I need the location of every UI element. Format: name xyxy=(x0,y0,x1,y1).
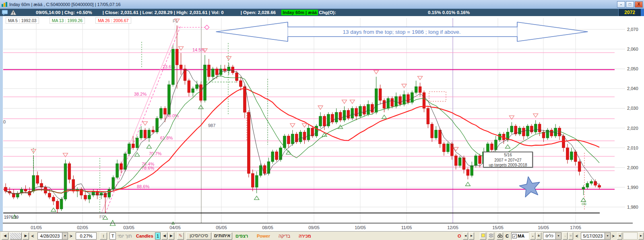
risk-reward-button[interactable]: סיכוי/סיכון xyxy=(186,232,211,240)
candle-body xyxy=(415,86,417,92)
vertical-scale-button[interactable]: ↕ xyxy=(100,232,107,240)
x-axis-label: 03/05 xyxy=(123,225,134,230)
chevron-down-icon[interactable]: ▼ xyxy=(555,233,561,239)
candle-body xyxy=(168,85,171,115)
minimize-button[interactable]: - xyxy=(617,1,625,8)
hscroll-thumb[interactable] xyxy=(10,232,22,240)
candle-body xyxy=(24,189,27,191)
ma5-legend[interactable]: MA 5 : 1992.03 xyxy=(6,17,39,24)
date-back-step[interactable]: < xyxy=(31,232,34,240)
find-button[interactable] xyxy=(497,232,503,240)
hscroll2-right-button[interactable]: ► xyxy=(638,232,644,240)
instrument-badge[interactable]: Inday 60m | æäá xyxy=(281,10,318,15)
end-date-value: 5/17/2023 xyxy=(581,233,605,239)
candle-body xyxy=(315,126,318,136)
candle-body xyxy=(211,69,214,77)
chart-text-annotation: 987 xyxy=(208,123,215,128)
tools-combo[interactable]: כלים ▼ xyxy=(543,232,561,240)
ma-minus-button[interactable]: - xyxy=(530,232,535,240)
percent-box[interactable]: 0.27% xyxy=(76,232,97,240)
candle-body xyxy=(458,158,461,166)
ma-toggle-panel[interactable]: ✓ MA xyxy=(511,232,529,240)
candle-body xyxy=(92,191,95,195)
ma13-legend[interactable]: MA 13 : 1999.26 xyxy=(50,17,85,24)
candle-body xyxy=(299,132,302,142)
end-date-combo[interactable]: 5/17/2023 ▼ xyxy=(581,232,611,240)
annotation-arrow[interactable]: 13 days from the top; stop = 1986 ; long… xyxy=(216,22,588,41)
chg-o-label: Chg(O): xyxy=(319,10,336,15)
hscroll-left-button[interactable]: ◄ xyxy=(2,232,8,240)
candle-body xyxy=(479,156,481,164)
t-button[interactable]: T xyxy=(109,232,116,240)
candle-body xyxy=(88,195,91,199)
signals-button[interactable]: איתותים xyxy=(212,232,232,240)
candle-body xyxy=(200,85,202,101)
star-marker[interactable] xyxy=(519,176,540,197)
end-date-back[interactable]: < xyxy=(576,232,578,240)
ma-plus-button[interactable]: + xyxy=(536,232,541,240)
period-up-button[interactable]: ► xyxy=(168,232,174,240)
candle-body xyxy=(184,69,186,80)
ma5-line xyxy=(6,70,599,200)
fib-level-label: 70.7% xyxy=(149,151,161,156)
o-left-button[interactable]: ◄ xyxy=(463,232,468,240)
candle-body xyxy=(291,134,294,144)
end-date-fwd[interactable]: > xyxy=(612,232,614,240)
up-triangle-marker xyxy=(254,196,259,200)
candle-body xyxy=(303,132,306,140)
sequences-label[interactable]: רצפים xyxy=(235,232,248,240)
date-fwd-step[interactable]: > xyxy=(70,232,72,240)
pattern-button[interactable] xyxy=(488,232,494,240)
power-label[interactable]: Power xyxy=(257,232,270,240)
note-icon[interactable] xyxy=(2,10,8,15)
y-axis-label: 1,990 xyxy=(627,185,638,190)
warning-icon[interactable] xyxy=(10,10,17,15)
ma-checkbox[interactable]: ✓ xyxy=(512,234,517,238)
down-triangle-marker xyxy=(226,56,231,60)
sale-label[interactable]: מכירה xyxy=(299,232,311,240)
candle-body xyxy=(534,124,537,132)
candle-body xyxy=(128,144,131,154)
down-triangle-marker xyxy=(402,84,407,88)
candle-body xyxy=(208,65,211,76)
candle-body xyxy=(132,144,134,148)
y-axis-label: 2,070 xyxy=(627,27,638,32)
candle-body xyxy=(156,118,159,132)
candle-period-box[interactable]: 1 xyxy=(155,232,161,240)
chart-text-annotation: 1976.99 xyxy=(4,215,19,219)
hscroll-right-button[interactable]: ► xyxy=(23,232,29,240)
dither-pattern-icon xyxy=(489,234,493,238)
candle-body xyxy=(562,136,565,148)
candle-body xyxy=(196,85,198,89)
candle-body xyxy=(223,69,226,71)
c-button[interactable]: C xyxy=(506,232,509,240)
status-ohlc: | Close: 2,031.61 | Low: 2,028.29 | High… xyxy=(103,10,224,15)
candle-body xyxy=(351,108,354,118)
tools-plus-button[interactable]: + xyxy=(568,232,573,240)
down-triangle-marker xyxy=(350,100,355,104)
candle-body xyxy=(403,94,406,105)
candle-body xyxy=(427,108,429,124)
highlight-button[interactable] xyxy=(480,232,486,240)
ma-toggle-label: MA xyxy=(518,234,524,238)
yellow-swatch-icon xyxy=(481,234,485,237)
start-date-combo[interactable]: 4/28/2023 ▼ xyxy=(37,232,68,240)
price-chart[interactable]: 2,0702,0602,0502,0402,0302,0202,0102,000… xyxy=(0,16,644,231)
chart-note-box[interactable]: 5/16 2007 = 207=27 up targets 2009-2018 xyxy=(483,152,533,168)
ma26-legend[interactable]: MA 26 : 2006.67 xyxy=(95,17,131,24)
check-label[interactable]: בדיקה xyxy=(279,232,290,240)
candle-body xyxy=(56,201,59,209)
ma13-line xyxy=(6,76,599,194)
tools-minus-button[interactable]: - xyxy=(563,232,568,240)
hscroll2-left-button[interactable]: ◄ xyxy=(617,232,622,240)
y-axis-label: 2,030 xyxy=(627,106,638,111)
close-button[interactable]: X xyxy=(635,1,643,8)
chevron-down-icon[interactable]: ▼ xyxy=(605,233,610,239)
maximize-button[interactable]: □ xyxy=(626,1,634,8)
o-right-button[interactable]: ► xyxy=(469,232,474,240)
hscroll2-track[interactable] xyxy=(623,232,638,240)
candle-body xyxy=(259,166,262,176)
period-down-button[interactable]: ◄ xyxy=(161,232,167,240)
draw-tool-icon[interactable]: ✎ xyxy=(177,232,184,240)
chevron-down-icon[interactable]: ▼ xyxy=(62,233,68,239)
